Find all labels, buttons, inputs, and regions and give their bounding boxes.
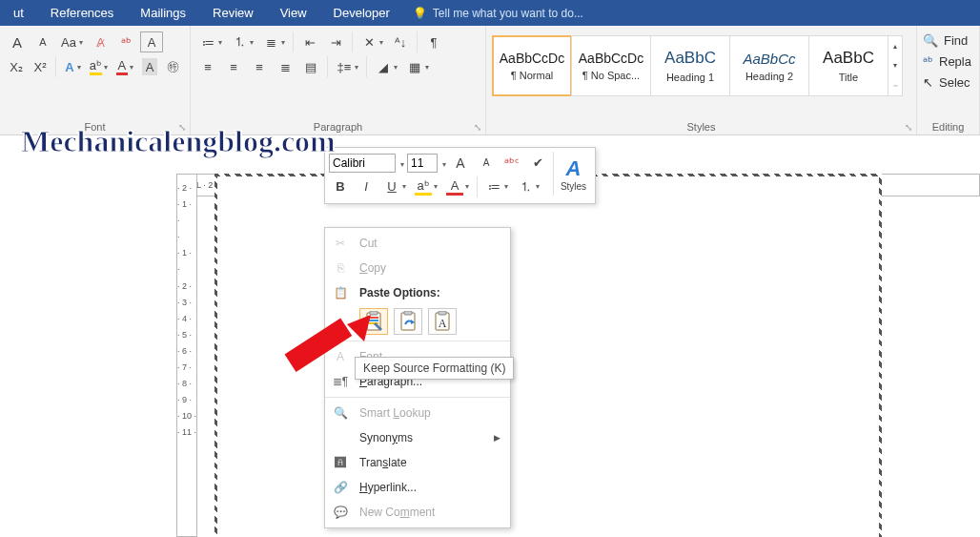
paste-text-only[interactable]: A bbox=[428, 308, 457, 335]
menu-hyperlink[interactable]: 🔗 Hyperlink... bbox=[325, 475, 510, 500]
align-center-button[interactable]: ≡ bbox=[222, 56, 245, 77]
replace-icon: ᵃᵇ bbox=[923, 54, 933, 69]
watermark-text: Mechanicalengblog.com bbox=[21, 124, 336, 159]
find-button[interactable]: 🔍 Find bbox=[923, 30, 973, 51]
align-right-button[interactable]: ≡ bbox=[248, 56, 271, 77]
find-icon: 🔍 bbox=[923, 33, 938, 48]
styles-icon: A bbox=[566, 156, 582, 181]
superscript-button[interactable]: X² bbox=[30, 56, 51, 77]
distributed-button[interactable]: ▤ bbox=[299, 56, 322, 77]
enclose-characters-button[interactable]: ㊕ bbox=[163, 56, 184, 77]
style-heading-1[interactable]: AaBbC Heading 1 bbox=[650, 35, 730, 96]
replace-button[interactable]: ᵃᵇ Repla bbox=[923, 51, 973, 72]
shading-button[interactable]: ◢ bbox=[372, 56, 400, 77]
translate-icon: 🅰︎ bbox=[331, 456, 350, 469]
menu-copy: ⎘ Copy bbox=[325, 256, 510, 280]
mini-font-name-input[interactable] bbox=[329, 154, 396, 173]
borders-button[interactable]: ▦ bbox=[403, 56, 432, 77]
select-button[interactable]: ↖ Selec bbox=[923, 72, 973, 93]
text-effects-button[interactable]: A bbox=[61, 56, 84, 77]
tab-references[interactable]: References bbox=[37, 0, 127, 26]
menu-new-comment: 💬 New Comment bbox=[325, 500, 510, 525]
vertical-ruler[interactable]: · 2 · · 1 · · · · 1 · · · 2 · · 3 · · 4 … bbox=[176, 174, 197, 537]
tooltip-keep-source-formatting: Keep Source Formatting (K) bbox=[355, 357, 514, 380]
annotation-arrow-icon bbox=[280, 315, 376, 391]
paste-merge-formatting[interactable] bbox=[394, 308, 422, 335]
tab-layout[interactable]: ut bbox=[0, 0, 37, 26]
tell-me-label: Tell me what you want to do... bbox=[433, 7, 583, 20]
mini-grow-font-button[interactable]: A bbox=[449, 153, 472, 174]
svg-rect-6 bbox=[404, 311, 412, 315]
grow-font-button[interactable]: A bbox=[6, 31, 29, 52]
mini-numbering-button[interactable]: ⒈ bbox=[514, 176, 542, 197]
paste-header-icon: 📋 bbox=[331, 286, 350, 299]
comment-icon: 💬 bbox=[331, 506, 350, 519]
group-paragraph: ≔ ⒈ ≣ ⇤ ⇥ ✕ ᴬ↓ ¶ ≡ ≡ ≡ ≣ ▤ ‡≡ bbox=[191, 26, 486, 134]
svg-rect-8 bbox=[439, 311, 446, 315]
mini-font-color-button[interactable]: A bbox=[443, 176, 472, 197]
mini-font-name-drop-icon[interactable] bbox=[398, 156, 404, 170]
ribbon-tabs: ut References Mailings Review View Devel… bbox=[0, 0, 980, 26]
tab-mailings[interactable]: Mailings bbox=[127, 0, 199, 26]
clear-formatting-button[interactable]: A̷ bbox=[89, 31, 112, 52]
styles-gallery-more[interactable]: ▴▾⎓ bbox=[888, 35, 903, 96]
numbering-button[interactable]: ⒈ bbox=[228, 31, 256, 52]
group-editing: 🔍 Find ᵃᵇ Repla ↖ Selec Editing bbox=[917, 26, 980, 134]
multilevel-list-button[interactable]: ≣ bbox=[259, 31, 288, 52]
mini-shrink-font-button[interactable]: A bbox=[475, 153, 498, 174]
line-spacing-button[interactable]: ‡≡ bbox=[333, 56, 361, 77]
mini-highlight-button[interactable]: aᵇ bbox=[412, 176, 440, 197]
submenu-arrow-icon: ▶ bbox=[494, 433, 500, 443]
styles-gallery: AaBbCcDc ¶ Normal AaBbCcDc ¶ No Spac... … bbox=[492, 35, 903, 96]
menu-synonyms[interactable]: Synonyms ▶ bbox=[325, 425, 510, 450]
change-case-button[interactable]: Aa bbox=[57, 31, 86, 52]
highlight-help-button[interactable]: ᵃᵇ bbox=[114, 31, 137, 52]
tell-me-box[interactable]: 💡 Tell me what you want to do... bbox=[403, 7, 583, 20]
sort-button[interactable]: ᴬ↓ bbox=[389, 31, 412, 52]
increase-indent-button[interactable]: ⇥ bbox=[324, 31, 347, 52]
clipboard-text-icon: A bbox=[432, 311, 453, 332]
tab-review[interactable]: Review bbox=[199, 0, 267, 26]
character-shading-button[interactable]: A bbox=[139, 56, 160, 77]
svg-text:A: A bbox=[439, 317, 447, 330]
style-normal[interactable]: AaBbCcDc ¶ Normal bbox=[492, 35, 572, 96]
mini-bullets-button[interactable]: ≔ bbox=[482, 176, 511, 197]
highlight-button[interactable]: aᵇ bbox=[87, 56, 110, 77]
align-left-button[interactable]: ≡ bbox=[196, 56, 219, 77]
cut-icon: ✂ bbox=[331, 237, 350, 250]
copy-icon: ⎘ bbox=[331, 261, 350, 275]
mini-bold-button[interactable]: B bbox=[329, 176, 352, 197]
bullets-button[interactable]: ≔ bbox=[196, 31, 225, 52]
menu-translate[interactable]: 🅰︎ Translate bbox=[325, 450, 510, 475]
mini-underline-button[interactable]: U bbox=[380, 176, 409, 197]
mini-styles-button[interactable]: A Styles bbox=[553, 152, 593, 196]
ribbon: A A Aa A̷ ᵃᵇ A X₂ X² A aᵇ A A ㊕ Font ⤡ bbox=[0, 26, 980, 135]
hyperlink-icon: 🔗 bbox=[331, 481, 350, 494]
tab-developer[interactable]: Developer bbox=[320, 0, 403, 26]
group-label-styles: Styles ⤡ bbox=[492, 121, 910, 133]
menu-paste-options-header: 📋 Paste Options: bbox=[325, 280, 510, 305]
menu-smart-lookup: 🔍 Smart Lookup bbox=[325, 401, 510, 425]
decrease-indent-button[interactable]: ⇤ bbox=[298, 31, 321, 52]
group-font: A A Aa A̷ ᵃᵇ A X₂ X² A aᵇ A A ㊕ Font ⤡ bbox=[0, 26, 191, 134]
svg-marker-10 bbox=[347, 315, 371, 341]
styles-dialog-launcher-icon[interactable]: ⤡ bbox=[905, 122, 912, 133]
mini-highlight-indicator[interactable]: ᵃᵇᶜ bbox=[500, 153, 523, 174]
subscript-button[interactable]: X₂ bbox=[6, 56, 27, 77]
mini-font-size-input[interactable] bbox=[407, 154, 438, 173]
clipboard-arrow-icon bbox=[398, 311, 419, 332]
justify-button[interactable]: ≣ bbox=[274, 56, 296, 77]
mini-font-size-drop-icon[interactable] bbox=[440, 156, 446, 170]
font-color-button[interactable]: A bbox=[113, 56, 136, 77]
show-hide-button[interactable]: ¶ bbox=[422, 31, 445, 52]
text-direction-button[interactable]: ✕ bbox=[357, 31, 386, 52]
mini-italic-button[interactable]: I bbox=[355, 176, 378, 197]
style-no-spacing[interactable]: AaBbCcDc ¶ No Spac... bbox=[571, 35, 651, 96]
tab-view[interactable]: View bbox=[267, 0, 320, 26]
character-border-button[interactable]: A bbox=[140, 31, 163, 52]
mini-format-painter-button[interactable]: ✔ bbox=[526, 153, 549, 174]
shrink-font-button[interactable]: A bbox=[31, 31, 54, 52]
paragraph-dialog-launcher-icon[interactable]: ⤡ bbox=[474, 122, 481, 133]
style-title[interactable]: AaBbC Title bbox=[808, 35, 888, 96]
style-heading-2[interactable]: AaBbCc Heading 2 bbox=[729, 35, 809, 96]
